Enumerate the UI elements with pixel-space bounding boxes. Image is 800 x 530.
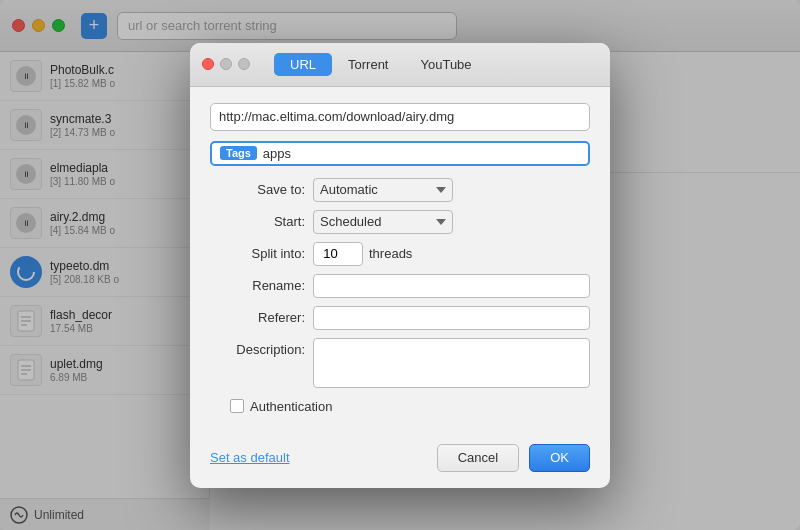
- auth-label: Authentication: [250, 399, 332, 414]
- rename-input[interactable]: [313, 274, 590, 298]
- split-row: Split into: threads: [210, 242, 590, 266]
- modal-overlay: URL Torrent YouTube Tags apps Save to:: [0, 0, 800, 530]
- url-input[interactable]: [210, 103, 590, 131]
- tab-url[interactable]: URL: [274, 53, 332, 76]
- tab-youtube[interactable]: YouTube: [404, 53, 487, 76]
- tags-badge: Tags: [220, 146, 257, 160]
- footer-buttons: Cancel OK: [437, 444, 590, 472]
- start-row: Start: Scheduled: [210, 210, 590, 234]
- modal-footer: Set as default Cancel OK: [190, 444, 610, 488]
- modal-minimize-button: [220, 58, 232, 70]
- modal-close-button[interactable]: [202, 58, 214, 70]
- modal-maximize-button: [238, 58, 250, 70]
- threads-label: threads: [369, 246, 412, 261]
- auth-row: Authentication: [210, 399, 590, 414]
- rename-label: Rename:: [210, 278, 305, 293]
- url-input-row: [210, 103, 590, 131]
- referer-row: Referer:: [210, 306, 590, 330]
- tab-torrent[interactable]: Torrent: [332, 53, 404, 76]
- description-label: Description:: [210, 342, 305, 357]
- save-to-select[interactable]: Automatic: [313, 178, 453, 202]
- start-control: Scheduled: [313, 210, 590, 234]
- referer-input[interactable]: [313, 306, 590, 330]
- split-control: threads: [313, 242, 590, 266]
- description-input[interactable]: [313, 338, 590, 388]
- ok-button[interactable]: OK: [529, 444, 590, 472]
- description-control: [313, 338, 590, 391]
- split-input[interactable]: [313, 242, 363, 266]
- rename-control: [313, 274, 590, 298]
- rename-row: Rename:: [210, 274, 590, 298]
- modal-tabs: URL Torrent YouTube: [274, 53, 488, 76]
- save-to-label: Save to:: [210, 182, 305, 197]
- set-default-link[interactable]: Set as default: [210, 450, 290, 465]
- modal-content: Tags apps Save to: Automatic Start: Sche…: [190, 87, 610, 444]
- referer-control: [313, 306, 590, 330]
- cancel-button[interactable]: Cancel: [437, 444, 519, 472]
- modal-traffic-lights: [202, 58, 250, 70]
- start-label: Start:: [210, 214, 305, 229]
- description-row: Description:: [210, 338, 590, 391]
- save-to-control: Automatic: [313, 178, 590, 202]
- tags-input-value[interactable]: apps: [263, 146, 291, 161]
- start-select[interactable]: Scheduled: [313, 210, 453, 234]
- split-label: Split into:: [210, 246, 305, 261]
- save-to-row: Save to: Automatic: [210, 178, 590, 202]
- add-download-modal: URL Torrent YouTube Tags apps Save to:: [190, 43, 610, 488]
- referer-label: Referer:: [210, 310, 305, 325]
- modal-titlebar: URL Torrent YouTube: [190, 43, 610, 87]
- auth-checkbox[interactable]: [230, 399, 244, 413]
- tags-row: Tags apps: [210, 141, 590, 166]
